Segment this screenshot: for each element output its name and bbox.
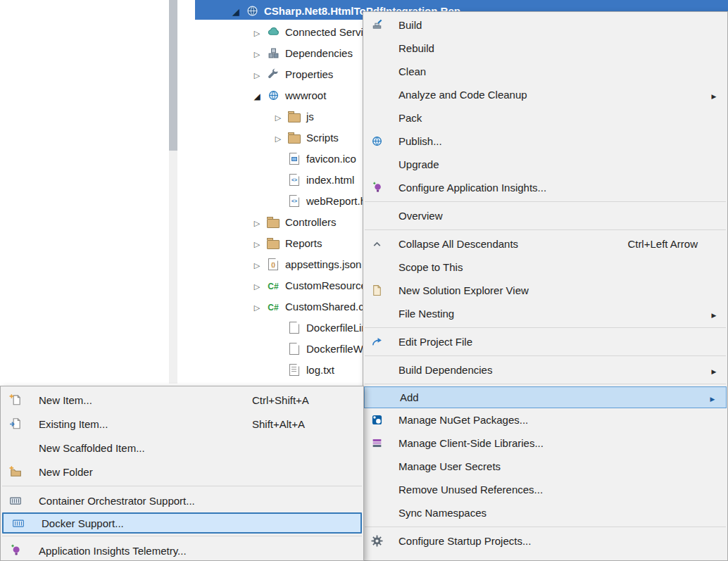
menu-separator <box>365 355 726 356</box>
build-icon <box>363 19 390 31</box>
expander-collapsed-icon[interactable] <box>248 26 266 38</box>
submenu-item-existing-item[interactable]: Existing Item... Shift+Alt+A <box>1 412 363 436</box>
menu-item-label: New Item... <box>30 394 252 406</box>
menu-item-label: Manage Client-Side Libraries... <box>390 437 723 449</box>
menu-item-label: Container Orchestrator Support... <box>30 495 363 507</box>
menu-separator <box>365 384 726 384</box>
expander-collapsed-icon[interactable] <box>248 258 266 270</box>
nuget-icon <box>363 414 390 426</box>
menu-item-manage-nuget-packages[interactable]: Manage NuGet Packages... <box>363 408 727 431</box>
menu-item-label: Analyze and Code Cleanup <box>390 89 705 101</box>
menu-item-label: Publish... <box>390 135 723 147</box>
menu-item-label: Edit Project File <box>390 336 723 348</box>
scrollbar-thumb[interactable] <box>169 0 177 151</box>
menu-item-clean[interactable]: Clean <box>363 60 727 83</box>
menu-item-label: Build <box>390 19 723 31</box>
text-file-icon <box>287 363 301 377</box>
globe-icon <box>266 88 280 102</box>
menu-item-file-nesting[interactable]: File Nesting <box>363 302 727 325</box>
new-view-icon <box>363 284 390 296</box>
scrollbar-track[interactable] <box>169 0 177 384</box>
menu-separator <box>2 486 362 486</box>
application-insights-icon <box>1 544 30 557</box>
folder-icon <box>287 130 301 144</box>
menu-item-shortcut: Shift+Alt+A <box>252 418 363 430</box>
expander-expanded-icon[interactable] <box>227 5 245 17</box>
menu-item-label: Overview <box>390 210 723 222</box>
menu-item-label: Clean <box>390 65 723 77</box>
add-submenu: New Item... Ctrl+Shift+A Existing Item..… <box>0 386 364 561</box>
menu-separator <box>365 327 726 328</box>
menu-item-label: Add <box>391 391 703 403</box>
csharp-file-icon <box>266 299 280 313</box>
menu-item-label: Remove Unused References... <box>390 484 723 496</box>
menu-item-build-dependencies[interactable]: Build Dependencies <box>363 358 727 382</box>
json-file-icon <box>266 257 280 271</box>
expander-collapsed-icon[interactable] <box>269 132 287 144</box>
folder-icon <box>287 109 301 123</box>
tree-item-label: Scripts <box>306 132 339 144</box>
submenu-item-new-folder[interactable]: New Folder <box>1 460 363 484</box>
submenu-arrow-icon <box>703 391 722 403</box>
menu-separator <box>365 527 726 527</box>
csharp-file-icon <box>266 278 280 292</box>
properties-icon <box>266 67 280 81</box>
menu-item-label: Docker Support... <box>33 517 360 529</box>
expander-collapsed-icon[interactable] <box>269 111 287 122</box>
menu-item-edit-project-file[interactable]: Edit Project File <box>363 330 727 353</box>
menu-item-analyze-code-cleanup[interactable]: Analyze and Code Cleanup <box>363 83 727 106</box>
menu-item-overview[interactable]: Overview <box>363 204 727 227</box>
submenu-arrow-icon <box>705 308 723 320</box>
submenu-item-new-item[interactable]: New Item... Ctrl+Shift+A <box>1 388 363 412</box>
expander-collapsed-icon[interactable] <box>248 301 266 313</box>
expander-collapsed-icon[interactable] <box>248 68 266 80</box>
menu-item-label: New Solution Explorer View <box>390 284 723 296</box>
application-insights-icon <box>363 182 390 194</box>
expander-collapsed-icon[interactable] <box>248 216 266 228</box>
docker-icon <box>4 517 33 529</box>
menu-item-label: Configure Application Insights... <box>390 182 723 194</box>
gear-icon <box>363 535 390 547</box>
client-libraries-icon <box>363 437 390 449</box>
tree-item-label: CustomShared.cs <box>285 301 369 313</box>
submenu-item-new-scaffolded-item[interactable]: New Scaffolded Item... <box>1 436 363 460</box>
menu-item-rebuild[interactable]: Rebuild <box>363 37 727 60</box>
menu-item-label: File Nesting <box>390 308 705 320</box>
menu-item-remove-unused-references[interactable]: Remove Unused References... <box>363 478 727 501</box>
menu-item-pack[interactable]: Pack <box>363 106 727 130</box>
menu-item-label: Sync Namespaces <box>390 507 723 519</box>
menu-item-manage-client-side-libraries[interactable]: Manage Client-Side Libraries... <box>363 431 727 455</box>
menu-item-build[interactable]: Build <box>363 13 727 37</box>
menu-item-scope-to-this[interactable]: Scope to This <box>363 256 727 279</box>
menu-item-add[interactable]: Add <box>364 386 727 408</box>
submenu-item-container-orchestrator-support[interactable]: Container Orchestrator Support... <box>1 488 363 512</box>
tree-item-label: Properties <box>285 68 333 80</box>
menu-item-upgrade[interactable]: Upgrade <box>363 153 727 176</box>
menu-item-collapse-all-descendants[interactable]: Collapse All Descendants Ctrl+Left Arrow <box>363 232 727 256</box>
menu-item-publish[interactable]: Publish... <box>363 130 727 153</box>
image-file-icon <box>287 151 301 165</box>
menu-item-label: Pack <box>390 112 723 124</box>
expander-collapsed-icon[interactable] <box>248 237 266 249</box>
menu-separator <box>2 536 362 536</box>
menu-item-manage-user-secrets[interactable]: Manage User Secrets <box>363 455 727 478</box>
submenu-arrow-icon <box>705 89 723 101</box>
expander-collapsed-icon[interactable] <box>248 47 266 59</box>
folder-icon <box>266 236 280 250</box>
expander-expanded-icon[interactable] <box>248 89 266 101</box>
submenu-item-docker-support[interactable]: Docker Support... <box>2 512 362 534</box>
menu-item-configure-application-insights[interactable]: Configure Application Insights... <box>363 176 727 199</box>
container-orchestrator-icon <box>1 494 30 507</box>
submenu-item-application-insights-telemetry[interactable]: Application Insights Telemetry... <box>1 538 363 561</box>
expander-collapsed-icon[interactable] <box>248 279 266 291</box>
menu-item-new-solution-explorer-view[interactable]: New Solution Explorer View <box>363 279 727 302</box>
file-icon <box>287 341 301 355</box>
html-file-icon <box>287 172 301 187</box>
menu-item-label: Collapse All Descendants <box>390 238 627 250</box>
new-item-icon <box>1 393 30 406</box>
tree-item-label: Reports <box>285 237 322 249</box>
tree-item-label: Controllers <box>285 216 337 228</box>
menu-item-configure-startup-projects[interactable]: Configure Startup Projects... <box>363 529 727 553</box>
existing-item-icon <box>1 417 30 430</box>
menu-item-sync-namespaces[interactable]: Sync Namespaces <box>363 501 727 524</box>
